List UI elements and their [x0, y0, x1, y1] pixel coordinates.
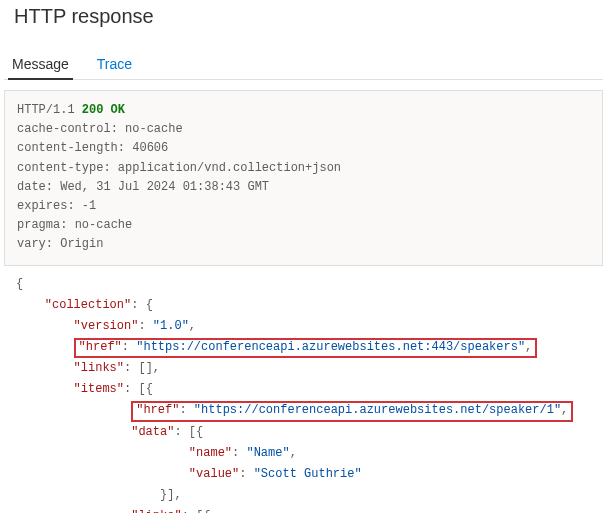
json-items-key: "items": [74, 382, 124, 396]
json-name-key: "name": [189, 446, 232, 460]
h-date-k: date: [17, 180, 46, 194]
json-item-href-key: "href": [136, 403, 179, 417]
h-date-v: Wed, 31 Jul 2024 01:38:43 GMT: [60, 180, 269, 194]
page-title: HTTP response: [14, 5, 603, 28]
h-expires-v: -1: [82, 199, 96, 213]
json-value-key: "value": [189, 467, 239, 481]
json-value-val: "Scott Guthrie": [254, 467, 362, 481]
h-vary-v: Origin: [60, 237, 103, 251]
json-href-key: "href": [79, 340, 122, 354]
json-href-val: "https://conferenceapi.azurewebsites.net…: [136, 340, 525, 354]
h-content-length-v: 40606: [132, 141, 168, 155]
json-item-href-val: "https://conferenceapi.azurewebsites.net…: [194, 403, 561, 417]
json-version-key: "version": [74, 319, 139, 333]
json-name-val: "Name": [246, 446, 289, 460]
http-body-panel: { "collection": { "version": "1.0", "hre…: [4, 266, 603, 514]
highlight-collection-href: "href": "https://conferenceapi.azurewebs…: [74, 338, 538, 359]
h-expires-k: expires: [17, 199, 67, 213]
http-protocol: HTTP/1.1: [17, 103, 75, 117]
tab-bar: Message Trace: [4, 50, 603, 80]
h-pragma-k: pragma: [17, 218, 60, 232]
h-content-type-k: content-type: [17, 161, 103, 175]
json-version-val: "1.0": [153, 319, 189, 333]
tab-message[interactable]: Message: [12, 50, 69, 79]
json-links2-key: "links": [131, 509, 181, 513]
h-content-type-v: application/vnd.collection+json: [118, 161, 341, 175]
h-vary-k: vary: [17, 237, 46, 251]
h-pragma-v: no-cache: [75, 218, 133, 232]
tab-trace[interactable]: Trace: [97, 50, 132, 79]
json-links-key: "links": [74, 361, 124, 375]
json-data-key: "data": [131, 425, 174, 439]
highlight-item-href: "href": "https://conferenceapi.azurewebs…: [131, 401, 573, 422]
http-headers-panel: HTTP/1.1 200 OK cache-control: no-cache …: [4, 90, 603, 266]
http-status: 200 OK: [82, 103, 125, 117]
h-cache-control-v: no-cache: [125, 122, 183, 136]
h-content-length-k: content-length: [17, 141, 118, 155]
json-collection-key: "collection": [45, 298, 131, 312]
h-cache-control-k: cache-control: [17, 122, 111, 136]
